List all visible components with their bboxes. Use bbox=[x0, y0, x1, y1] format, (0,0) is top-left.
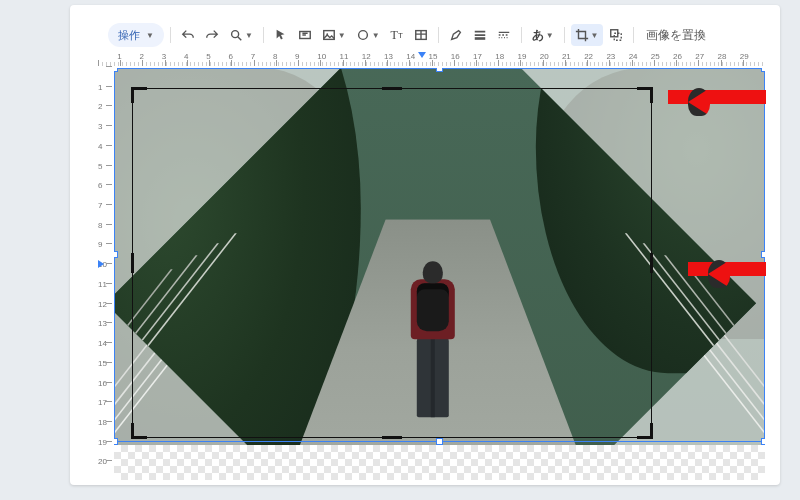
svg-point-0 bbox=[232, 31, 239, 38]
canvas[interactable] bbox=[114, 68, 765, 480]
svg-point-4 bbox=[358, 31, 367, 40]
select-tool[interactable] bbox=[270, 24, 292, 46]
crop-tool[interactable]: ▼ bbox=[571, 24, 603, 46]
undo-button[interactable] bbox=[177, 24, 199, 46]
resize-handle-mr[interactable] bbox=[761, 251, 765, 258]
crop-handle-tl[interactable] bbox=[131, 87, 147, 103]
text-style[interactable]: あ▼ bbox=[528, 24, 558, 46]
zoom-button[interactable]: ▼ bbox=[225, 24, 257, 46]
vertical-ruler bbox=[98, 66, 112, 480]
crop-handle-br[interactable] bbox=[637, 423, 653, 439]
resize-handle-bm[interactable] bbox=[436, 438, 443, 445]
crop-handle-tr[interactable] bbox=[637, 87, 653, 103]
resize-handle-bl[interactable] bbox=[114, 438, 118, 445]
shape-tool[interactable]: ▼ bbox=[352, 24, 384, 46]
ruler-v-marker bbox=[98, 260, 104, 268]
crop-handle-ml[interactable] bbox=[131, 253, 134, 273]
line-weight[interactable] bbox=[469, 24, 491, 46]
ruler-h-marker bbox=[418, 52, 426, 58]
resize-handle-tl[interactable] bbox=[114, 68, 118, 72]
crop-handle-mr[interactable] bbox=[650, 253, 653, 273]
crop-rectangle[interactable] bbox=[132, 88, 652, 438]
annotation-arrow-2 bbox=[688, 260, 788, 278]
annotation-arrow-1 bbox=[668, 88, 788, 106]
resize-handle-br[interactable] bbox=[761, 438, 765, 445]
line-style[interactable] bbox=[493, 24, 515, 46]
image-tool[interactable]: ▼ bbox=[318, 24, 350, 46]
crop-handle-tm[interactable] bbox=[382, 87, 402, 90]
table-tool[interactable] bbox=[410, 24, 432, 46]
text-tool[interactable]: TT bbox=[386, 24, 408, 46]
svg-rect-2 bbox=[324, 31, 335, 40]
pen-tool[interactable] bbox=[445, 24, 467, 46]
resize-handle-ml[interactable] bbox=[114, 251, 118, 258]
replace-image-button[interactable]: 画像を置換 bbox=[640, 27, 712, 44]
horizontal-ruler bbox=[98, 52, 765, 66]
resize-handle-tm[interactable] bbox=[436, 68, 443, 72]
mask-tool[interactable] bbox=[605, 24, 627, 46]
toolbar: 操作▼ ▼ ▼ ▼ TT あ▼ ▼ 画像を置換 bbox=[108, 22, 712, 48]
transparency-checker bbox=[114, 445, 765, 480]
resize-handle-tr[interactable] bbox=[761, 68, 765, 72]
redo-button[interactable] bbox=[201, 24, 223, 46]
textbox-tool[interactable] bbox=[294, 24, 316, 46]
crop-handle-bm[interactable] bbox=[382, 436, 402, 439]
action-menu[interactable]: 操作▼ bbox=[108, 23, 164, 47]
crop-handle-bl[interactable] bbox=[131, 423, 147, 439]
